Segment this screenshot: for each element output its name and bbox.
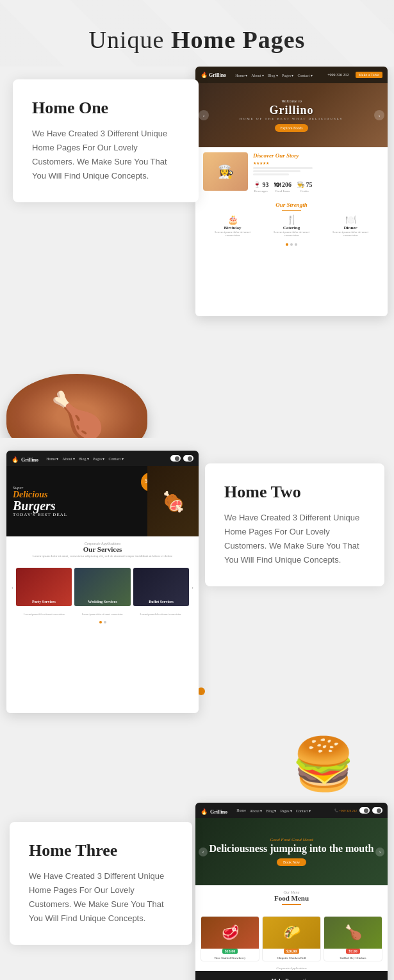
story-image: 👩‍🍳 [203, 152, 248, 191]
hero-deliciousness: Deliciousness jumping into the mouth [209, 842, 374, 855]
hero-food-text: Good Food Good Mood Deliciousness jumpin… [209, 837, 374, 866]
toggle-4[interactable] [372, 807, 382, 814]
mockup-1-logo: 🔥 Grillino [201, 72, 226, 78]
toggle-3[interactable] [359, 807, 370, 814]
stat-cooks: 👨‍🍳 75 Cooks [297, 178, 313, 193]
page-title: Unique Home Pages [13, 26, 381, 54]
mockup-3-logo: 🔥 Grillino [201, 805, 227, 816]
home-three-mockup: 🔥 Grillino Home About ▾ Blog ▾ Pages ▾ C… [195, 803, 388, 980]
home-two-section: 🔥 Grillino Home ▾ About ▾ Blog ▾ Pages ▾… [0, 438, 394, 796]
taco-name: Chipotle Chicken Roll [263, 955, 320, 961]
stat-num-food: 🍽 206 [274, 181, 292, 188]
service-images: ‹ Party Services Wedding Services Buffet… [6, 568, 199, 606]
mockup-1-strength: Our Strength 🎂 Birthday Lorem ipsum dolo… [195, 198, 388, 241]
menu-title: Food Menu [202, 894, 381, 902]
steak-image: 🥩 [201, 917, 259, 949]
stat-beverages: 🍷 93 Beverages [253, 178, 269, 193]
mockup-1-navbar: 🔥 Grillino Home ▾ About ▾ Blog ▾ Pages ▾… [195, 67, 388, 83]
mockup-1-phone: +999 326 212 [327, 73, 349, 77]
home-one-card: Home One We Have Created 3 Different Uni… [13, 79, 199, 202]
strength-birthday: 🎂 Birthday Lorem ipsum dolor sit amet co… [213, 214, 252, 237]
food-item-steak: 🥩 $18.00 New Stuffed Strawberry [201, 916, 259, 961]
service-descriptions: Lorem ipsum dolor sit amet consectetur. … [6, 610, 199, 618]
home-three-heading: Home Three [29, 841, 173, 860]
home-three-card: Home Three We Have Created 3 Different U… [10, 822, 192, 945]
hero-delicious: Delicious [13, 490, 67, 499]
mockup-2-nav: Home ▾ About ▾ Blog ▾ Pages ▾ Contact ▾ [46, 456, 124, 461]
food-items: 🥩 $18.00 New Stuffed Strawberry 🌮 $26.00… [195, 916, 388, 961]
burger-floating-image: 🍔 [259, 719, 388, 796]
mockup-2-services: Corporate Applications Our Services Lore… [6, 536, 199, 564]
home-one-section: Home One We Have Created 3 Different Uni… [0, 67, 394, 438]
strength-divider [282, 210, 301, 211]
chicken-image: 🍗 [324, 917, 382, 949]
story-stats: 🍷 93 Beverages 🍽 206 Food Items 👨‍🍳 75 C… [253, 178, 313, 193]
mockup-1-cta[interactable]: Make a Table [356, 72, 382, 78]
hero-explore-btn[interactable]: Explore Foods [275, 124, 308, 132]
strength-items: 🎂 Birthday Lorem ipsum dolor sit amet co… [203, 214, 380, 237]
hero-good-food: Good Food Good Mood [209, 837, 374, 842]
services-desc: Lorem ipsum dolor sit amet, consectetur … [13, 554, 192, 558]
steak-badge: $18.00 [222, 949, 238, 954]
mockup-3-navbar: 🔥 Grillino Home About ▾ Blog ▾ Pages ▾ C… [195, 803, 388, 818]
toggle-1[interactable] [170, 455, 181, 462]
home-one-mockup: 🔥 Grillino Home ▾ About ▾ Blog ▾ Pages ▾… [195, 67, 388, 316]
mockup-1-story: 👩‍🍳 Discover Our Story ★★★★★ 🍷 93 Bevera… [195, 147, 388, 198]
hero-tagline: HOME OF THE BEST WHAT DELICIOUSLY [240, 117, 343, 120]
story-content: Discover Our Story ★★★★★ 🍷 93 Beverages … [253, 152, 313, 193]
burger-visual: 🍔 [259, 719, 388, 796]
service-next-arrow[interactable]: › [192, 568, 193, 606]
food-item-chicken: 🍗 $7.00 Grilled Dry Chicken [324, 916, 382, 961]
home-three-description: We Have Created 3 Different Unique Home … [29, 869, 173, 926]
mockup-1-dots [195, 241, 388, 248]
strength-title: Our Strength [203, 202, 380, 208]
mockup-3-nav: Home About ▾ Blog ▾ Pages ▾ Contact ▾ [236, 808, 311, 813]
hero-brand: Grillino [240, 104, 343, 117]
page-title-section: Unique Home Pages [0, 0, 394, 67]
hero-deal: TODAY'S BEST DEAL [13, 512, 67, 517]
chicken-visual: 🍗 [6, 374, 147, 438]
services-title: Our Services [13, 545, 192, 553]
strength-catering: 🍴 Catering Lorem ipsum dolor sit amet co… [272, 214, 311, 237]
toggle-2[interactable] [183, 455, 193, 462]
flame-icon: 🔥 [201, 72, 208, 78]
strength-dinner: 🍽️ Dinner Lorem ipsum dolor sit amet con… [331, 214, 370, 237]
mockup-2-toggles [170, 455, 193, 462]
rating-bar: ★★★★★ [253, 161, 313, 165]
hero-arrow-right-icon[interactable]: › [374, 110, 384, 120]
stat-num-beverages: 🍷 93 [253, 181, 269, 188]
stat-num-cooks: 👨‍🍳 75 [297, 181, 313, 188]
home-one-heading: Home One [32, 99, 179, 118]
hero-food-visual: 🍖 [147, 466, 199, 536]
mockup-2-dots [6, 618, 199, 626]
taco-image: 🌮 [263, 917, 320, 949]
service-prev-arrow[interactable]: ‹ [12, 568, 13, 606]
mockup-2-hero: Super Delicious Burgers TODAY'S BEST DEA… [6, 466, 199, 536]
hero3-arrow-left[interactable]: ‹ [199, 847, 208, 856]
hero-text: Welcome to Grillino HOME OF THE BEST WHA… [240, 99, 343, 132]
mockup-3-hero: ‹ Good Food Good Mood Deliciousness jump… [195, 818, 388, 885]
reservation-bar: Make Reservation [195, 971, 388, 980]
hero3-order-btn[interactable]: Book Now [277, 858, 306, 866]
hero3-arrow-right[interactable]: › [375, 847, 384, 856]
home-two-description: We Have Created 3 Different Unique Home … [224, 511, 365, 567]
service-wedding: Wedding Services [74, 568, 131, 606]
mockup-2-navbar: 🔥 Grillino Home ▾ About ▾ Blog ▾ Pages ▾… [6, 451, 199, 466]
reservation-title: Make Reservation [272, 978, 311, 981]
menu-divider [282, 904, 301, 905]
service-party: Party Services [16, 568, 72, 606]
mockup-1-nav-links: Home ▾ About ▾ Blog ▾ Pages ▾ Contact ▾ [235, 73, 313, 77]
home-two-card: Home Two We Have Created 3 Different Uni… [205, 463, 384, 586]
steak-name: New Stuffed Strawberry [201, 955, 259, 961]
hero-burgers: Burgers [13, 499, 67, 512]
stat-food: 🍽 206 Food Items [274, 178, 292, 193]
hero-welcome: Welcome to [240, 99, 343, 104]
hero-dark-text: Super Delicious Burgers TODAY'S BEST DEA… [13, 485, 67, 517]
home-one-description: We Have Created 3 Different Unique Home … [32, 127, 179, 183]
service-buffet: Buffet Services [133, 568, 190, 606]
hero-arrow-left-icon[interactable]: ‹ [199, 110, 209, 120]
reservation-section: Corporate Applications Make Reservation [195, 965, 388, 980]
home-two-mockup: 🔥 Grillino Home ▾ About ▾ Blog ▾ Pages ▾… [6, 451, 199, 713]
mockup-2-logo: 🔥 Grillino [12, 453, 38, 464]
home-two-heading: Home Two [224, 483, 365, 502]
